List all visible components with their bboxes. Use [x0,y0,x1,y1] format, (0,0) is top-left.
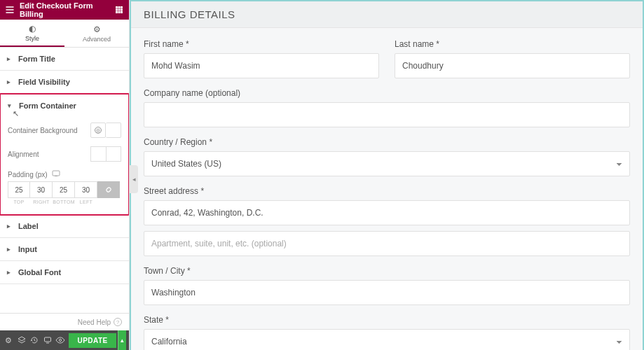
acc-form-container[interactable]: ▾ Form Container [1,94,128,117]
svg-rect-4 [118,9,121,11]
acc-form-title[interactable]: ▸ Form Title [0,48,129,70]
svg-point-9 [95,127,102,134]
first-name-input[interactable] [144,53,379,78]
help-icon: ? [114,318,122,326]
editor-header: Edit Checkout Form Billing [0,0,129,20]
billing-title: BILLING DETAILS [131,1,643,28]
svg-rect-3 [116,9,118,11]
padding-right-input[interactable] [30,181,53,198]
svg-rect-0 [116,6,118,8]
svg-rect-8 [121,11,123,13]
tab-label: Style [25,35,39,42]
tab-style[interactable]: ◐ Style [0,20,64,47]
footer-bar: ⚙ UPDATE ▴ [0,330,129,350]
apps-icon[interactable] [114,6,125,14]
acc-label: Form Container [19,102,121,110]
align-left[interactable] [90,146,106,162]
acc-label: Form Title [18,55,122,63]
preview-icon[interactable] [55,333,66,347]
company-label: Company name (optional) [144,88,630,98]
state-select[interactable]: California [144,329,630,350]
style-icon: ◐ [29,24,36,34]
acc-field-visibility[interactable]: ▸ Field Visibility [0,71,129,93]
state-label: State * [144,315,630,325]
tab-advanced[interactable]: ⚙ Advanced [64,20,129,47]
padding-top-input[interactable] [8,181,30,198]
chevron-down-icon: ▾ [8,102,15,109]
svg-point-13 [60,339,62,341]
accordion: ↖ ▸ Form Title ▸ Field Visibility ▾ Form… [0,48,129,313]
town-input[interactable] [144,280,630,305]
update-label: UPDATE [77,337,107,344]
align-right[interactable] [106,146,121,162]
last-name-input[interactable] [395,53,630,78]
history-icon[interactable] [29,333,40,347]
pad-cap: LEFT [80,200,93,204]
link-values-toggle[interactable] [97,181,120,198]
acc-label-section[interactable]: ▸ Label [0,215,129,237]
last-name-label: Last name * [395,39,630,49]
menu-icon[interactable] [4,6,15,14]
acc-label: Field Visibility [18,78,122,86]
svg-rect-2 [121,6,123,8]
svg-rect-1 [118,6,121,8]
svg-rect-6 [116,11,118,13]
container-bg-label: Container Background [8,127,78,134]
svg-rect-12 [44,337,50,342]
street1-input[interactable] [144,200,630,225]
acc-body: Container Background Alignment [1,117,128,214]
chevron-right-icon: ▸ [7,269,14,276]
pad-cap: TOP [13,200,24,204]
acc-label: Global Font [18,268,122,276]
update-button[interactable]: UPDATE [69,333,116,348]
acc-input-section[interactable]: ▸ Input [0,238,129,260]
svg-rect-11 [55,176,57,176]
collapse-sidebar-handle[interactable]: ◂ [130,165,138,193]
tab-label: Advanced [83,36,111,43]
panel-tabs: ◐ Style ⚙ Advanced [0,20,129,48]
preview-canvas: BILLING DETAILS First name * Last name *… [130,0,644,350]
responsive-icon[interactable] [52,170,60,178]
navigator-icon[interactable] [15,333,27,347]
chevron-right-icon: ▸ [7,246,14,253]
update-options-toggle[interactable]: ▴ [118,330,126,350]
pad-cap: BOTTOM [53,200,75,204]
bg-type-classic[interactable] [90,122,106,138]
chevron-right-icon: ▸ [7,223,14,230]
svg-rect-5 [121,9,123,11]
acc-label: Label [18,222,122,230]
company-input[interactable] [144,102,630,127]
acc-global-font[interactable]: ▸ Global Font [0,261,129,284]
svg-rect-10 [53,171,60,176]
street2-input[interactable] [144,231,630,256]
need-help-label: Need Help [78,318,111,326]
pad-cap: RIGHT [33,200,49,204]
alignment-label: Alignment [8,150,39,158]
padding-bottom-input[interactable] [53,181,75,198]
editor-title: Edit Checkout Form Billing [15,1,114,18]
country-select[interactable]: United States (US) [144,151,630,176]
svg-rect-7 [118,11,121,13]
bg-type-gradient[interactable] [106,122,121,138]
gear-icon: ⚙ [93,24,101,34]
street-label: Street address * [144,186,630,196]
need-help[interactable]: Need Help ? [0,313,129,330]
responsive-mode-icon[interactable] [41,333,53,347]
chevron-right-icon: ▸ [7,78,14,85]
padding-left-input[interactable] [75,181,97,198]
town-label: Town / City * [144,266,630,276]
chevron-right-icon: ▸ [7,55,14,62]
country-label: Country / Region * [144,137,630,147]
settings-icon[interactable]: ⚙ [3,333,14,347]
first-name-label: First name * [144,39,379,49]
padding-label: Padding (px) [8,171,48,178]
acc-label: Input [18,245,122,253]
